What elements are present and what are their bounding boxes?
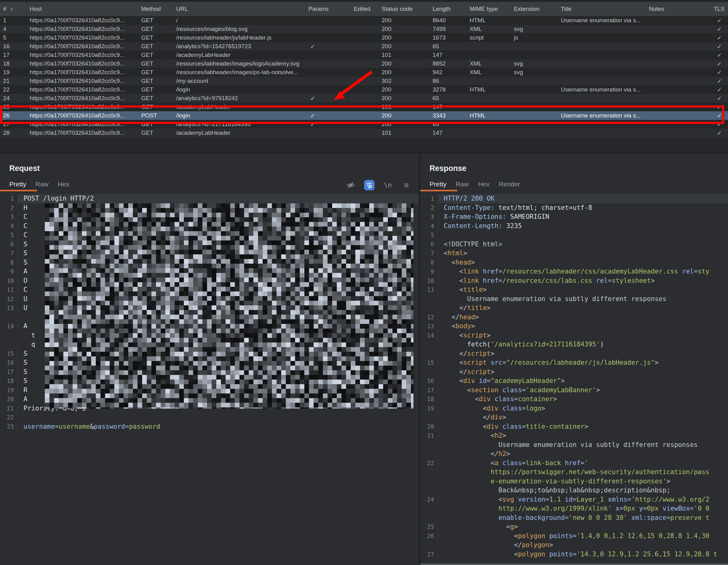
table-row-24[interactable]: 24https://0a1700f70326410a82cc0c9...GET/… [0, 94, 728, 103]
line-number [420, 504, 438, 513]
line-number [420, 486, 438, 495]
cell-n: 5 [0, 33, 27, 42]
code-line: 26 <polygon points='1.4,0 0,1.2 12.6,15 … [420, 532, 728, 541]
cell-method: GET [138, 103, 173, 111]
table-row-1[interactable]: 1https://0a1700f70326410a82cc0c9...GET/2… [0, 16, 728, 25]
column-header-edited[interactable]: Edited [351, 2, 379, 16]
tab-hex[interactable]: Hex [58, 181, 69, 191]
cell-edited [351, 16, 379, 25]
table-row-16[interactable]: 16https://0a1700f70326410a82cc0c9...GET/… [0, 42, 728, 51]
cell-status: 200 [379, 111, 430, 120]
column-header-status[interactable]: Status code [379, 2, 430, 16]
table-row-18[interactable]: 18https://0a1700f70326410a82cc0c9...GET/… [0, 59, 728, 68]
line-number: 2 [0, 203, 18, 213]
table-row-19[interactable]: 19https://0a1700f70326410a82cc0c9...GET/… [0, 68, 728, 77]
cell-ext: svg [511, 59, 558, 68]
cell-ext [511, 85, 558, 94]
response-editor[interactable]: 1HTTP/2 200 OK2Content-Type: text/html; … [420, 194, 728, 565]
column-header-mime[interactable]: MIME type [467, 2, 511, 16]
tab-pretty[interactable]: Pretty [430, 181, 447, 191]
word-wrap-icon[interactable] [364, 180, 375, 190]
line-number [0, 340, 18, 349]
cell-edited [351, 120, 379, 129]
tls-check-icon: ✓ [717, 121, 722, 128]
column-header-host[interactable]: Host [27, 2, 138, 16]
tab-render[interactable]: Render [499, 181, 520, 191]
cell-notes [646, 111, 711, 120]
eye-off-icon[interactable] [345, 180, 356, 190]
column-header-method[interactable]: Method [138, 2, 173, 16]
code-line: </script> [420, 367, 728, 377]
line-number: 20 [420, 422, 438, 431]
cell-params [305, 85, 351, 94]
code-line: 19 <div class=logo> [420, 404, 728, 413]
cell-method: GET [138, 16, 173, 25]
cell-notes [646, 68, 711, 77]
cell-n: 1 [0, 16, 27, 25]
line-number: 10 [0, 276, 18, 286]
column-header-url[interactable]: URL [173, 2, 305, 16]
table-row-17[interactable]: 17https://0a1700f70326410a82cc0c9...GET/… [0, 51, 728, 59]
column-header-params[interactable]: Params [305, 2, 351, 16]
cell-tls: ✓ [711, 33, 728, 42]
line-number: 16 [0, 358, 18, 367]
cell-host: https://0a1700f70326410a82cc0c9... [27, 16, 138, 25]
line-number: 9 [0, 267, 18, 276]
table-row-26[interactable]: 26https://0a1700f70326410a82cc0c9...POST… [0, 111, 728, 120]
table-row-25[interactable]: 25https://0a1700f70326410a82cc0c9...GET/… [0, 103, 728, 111]
cell-length: 65 [430, 120, 467, 129]
column-header-title[interactable]: Title [558, 2, 646, 16]
line-number: 14 [0, 322, 18, 331]
code-line: </script> [420, 349, 728, 359]
cell-status: 101 [379, 51, 430, 59]
line-number: 11 [420, 285, 438, 295]
column-header-notes[interactable]: Notes [646, 2, 711, 16]
column-header-length[interactable]: Length [430, 2, 467, 16]
column-header-tls[interactable]: TLS [711, 2, 728, 16]
line-number: 1 [420, 194, 438, 203]
cell-status: 200 [379, 42, 430, 51]
cell-params: ✓ [305, 94, 351, 103]
cell-url: /analytics?id=217116184395 [173, 120, 305, 129]
cell-tls: ✓ [711, 129, 728, 137]
params-check-icon: ✓ [310, 95, 315, 102]
table-row-22[interactable]: 22https://0a1700f70326410a82cc0c9...GET/… [0, 85, 728, 94]
tls-check-icon: ✓ [717, 26, 722, 33]
cell-n: 21 [0, 77, 27, 85]
tab-raw[interactable]: Raw [456, 181, 469, 191]
tab-hex[interactable]: Hex [478, 181, 489, 191]
line-number: 12 [0, 295, 18, 304]
table-row-4[interactable]: 4https://0a1700f70326410a82cc0c9...GET/r… [0, 25, 728, 33]
response-panel-title: Response [430, 164, 466, 173]
table-row-21[interactable]: 21https://0a1700f70326410a82cc0c9...GET/… [0, 77, 728, 85]
burp-http-history-view: #∧HostMethodURLParamsEditedStatus codeLe… [0, 0, 728, 565]
cell-notes [646, 59, 711, 68]
table-body: 1https://0a1700f70326410a82cc0c9...GET/2… [0, 16, 728, 137]
cell-url: /academyLabHeader [173, 103, 305, 111]
cell-edited [351, 94, 379, 103]
line-number: 17 [420, 386, 438, 395]
response-scrollbar[interactable] [420, 563, 728, 565]
column-header-ext[interactable]: Extension [511, 2, 558, 16]
code-line: 9 <link href=/resources/labheader/css/ac… [420, 267, 728, 276]
code-line: enable-background='new 0 0 28 30' xml:sp… [420, 513, 728, 523]
newline-icon[interactable]: \n [383, 180, 393, 190]
line-number: 15 [0, 349, 18, 359]
cell-url: /my-account [173, 77, 305, 85]
table-header-row[interactable]: #∧HostMethodURLParamsEditedStatus codeLe… [0, 0, 728, 16]
cell-method: GET [138, 42, 173, 51]
cell-edited [351, 85, 379, 94]
cell-edited [351, 59, 379, 68]
tab-raw[interactable]: Raw [36, 181, 49, 191]
cell-mime [467, 120, 511, 129]
cell-notes [646, 94, 711, 103]
table-row-5[interactable]: 5https://0a1700f70326410a82cc0c9...GET/r… [0, 33, 728, 42]
cell-title: Username enumeration via s... [558, 85, 646, 94]
tab-pretty[interactable]: Pretty [9, 181, 26, 191]
column-header-n[interactable]: #∧ [0, 2, 27, 16]
menu-icon[interactable]: ≡ [401, 180, 412, 190]
table-row-27[interactable]: 27https://0a1700f70326410a82cc0c9...GET/… [0, 120, 728, 129]
line-number: 19 [420, 404, 438, 413]
cell-length: 65 [430, 42, 467, 51]
table-row-28[interactable]: 28https://0a1700f70326410a82cc0c9...GET/… [0, 129, 728, 137]
